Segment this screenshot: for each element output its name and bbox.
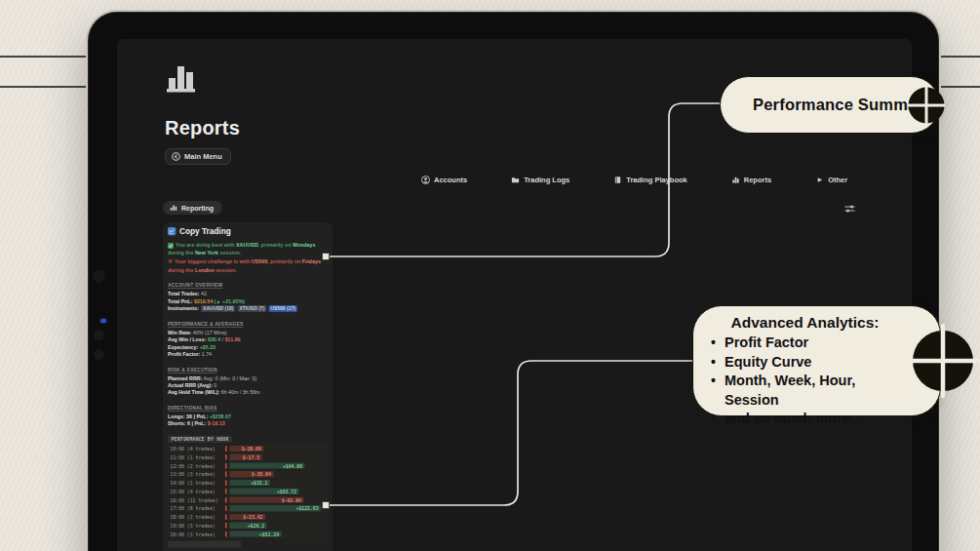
nav-item-reports[interactable]: Reports <box>731 176 771 184</box>
nav-item-label: Trading Playbook <box>626 176 687 184</box>
hour-row-tick <box>225 489 227 494</box>
book-icon <box>613 176 622 184</box>
nav-tabs: AccountsTrading LogsTrading PlaybookRepo… <box>421 176 847 184</box>
front-camera-icon <box>93 270 105 283</box>
hour-row-tick <box>225 514 227 520</box>
sensor-led-icon <box>100 319 106 323</box>
hour-pnl-bar: +$26.2 <box>230 523 267 529</box>
hour-row: 14:00 (1 trades)+$32.1 <box>168 479 328 487</box>
hour-row-tick <box>225 472 227 478</box>
main-menu-button[interactable]: Main Menu <box>165 148 231 165</box>
copy-trading-title: Copy Trading <box>179 227 231 237</box>
page-icon-bar-chart <box>165 60 200 96</box>
section-header: DIRECTIONAL BIAS <box>168 405 217 412</box>
stat-line: Expectancy: +$5.23 <box>168 343 328 350</box>
nav-item-trading-playbook[interactable]: Trading Playbook <box>613 176 687 184</box>
callout-performance-summary: Performance Summary <box>720 76 940 134</box>
stat-line: Instruments:XAUUSD (18)XTIUSD (7)US500 (… <box>168 304 328 312</box>
hour-row-label: 14:00 (1 trades) <box>171 480 226 486</box>
hour-row-label: 16:00 (11 trades) <box>171 497 226 503</box>
plus-icon <box>904 83 949 128</box>
section-header: ACCOUNT OVERVIEW <box>168 283 222 290</box>
performance-by-hour-block: PERFORMANCE BY HOUR 10:00 (4 trades)$-20… <box>168 433 328 547</box>
hour-pnl-bar: $-23.42 <box>230 514 265 520</box>
insight-positive: ✓You are doing best with XAUUSD, primari… <box>168 241 328 257</box>
section-header: PERFORMANCE & AVERAGES <box>168 321 243 328</box>
insight-negative: ✕Your biggest challenge is with US500, p… <box>168 257 328 274</box>
stat-line: Win Rate: 40% (17 Wins) <box>168 329 328 335</box>
hour-row-label: 12:00 (2 trades) <box>171 463 226 469</box>
hour-row: 15:00 (4 trades)+$83.72 <box>168 488 328 495</box>
sensor-dot-icon <box>94 349 104 360</box>
x-icon: ✕ <box>168 257 173 265</box>
hour-pnl-bar: +$122.83 <box>230 505 322 511</box>
hour-pnl-bar: +$83.72 <box>230 489 299 494</box>
nav-item-label: Trading Logs <box>524 176 569 184</box>
plus-icon <box>904 322 980 400</box>
callout-advanced-analytics-title: Advanced Analytics: <box>709 314 901 332</box>
scene: Reports Main Menu AccountsTrading LogsTr… <box>0 0 980 551</box>
stat-line: Longs: 36 | PnL: +$238.67 <box>168 413 328 419</box>
hour-pnl-bar: $-20.66 <box>230 446 264 452</box>
nav-item-trading-logs[interactable]: Trading Logs <box>511 176 569 184</box>
nav-item-accounts[interactable]: Accounts <box>421 176 467 184</box>
hour-pnl-bar: +$52.29 <box>230 531 282 536</box>
hour-row-tick <box>225 531 227 537</box>
section-performance-averages: PERFORMANCE & AVERAGESWin Rate: 40% (17 … <box>168 319 328 358</box>
sensor-dot-icon <box>94 330 104 340</box>
hour-row-tick <box>225 506 227 512</box>
view-toolbar: Reporting <box>163 198 855 216</box>
hour-row-tick <box>225 523 227 529</box>
hour-row-tick <box>225 454 227 460</box>
hour-row: 10:00 (4 trades)$-20.66 <box>168 445 328 453</box>
section-directional-bias: DIRECTIONAL BIASLongs: 36 | PnL: +$238.6… <box>168 402 328 426</box>
hour-row-label: 11:00 (1 trades) <box>171 454 226 460</box>
advanced-analytics-bullet: Profit Factor <box>709 334 901 353</box>
hour-row: 12:00 (2 trades)+$94.06 <box>168 462 328 470</box>
section-risk-execution: RISK & EXECUTIONPlanned RRR: Avg: 0 (Min… <box>168 364 328 396</box>
performance-by-hour-header: PERFORMANCE BY HOUR <box>168 435 232 443</box>
hour-row-label: 15:00 (4 trades) <box>171 489 226 494</box>
insights: ✓You are doing best with XAUUSD, primari… <box>168 241 328 274</box>
advanced-analytics-bullet: Equity Curve <box>709 353 901 373</box>
stat-line: Actual RRR (Avg): 0 <box>168 381 328 388</box>
hour-row: 18:00 (2 trades)$-23.42 <box>168 513 328 521</box>
hour-row-label: 18:00 (2 trades) <box>171 514 226 520</box>
callout-advanced-analytics: Advanced Analytics: Profit FactorEquity … <box>692 305 941 416</box>
stat-line: Shorts: 6 | PnL: $-19.13 <box>168 419 328 426</box>
stat-line: Avg Win / Loss: $30.4 / $11.89 <box>168 336 328 343</box>
page-title: Reports <box>165 117 240 139</box>
hour-pnl-bar: +$94.06 <box>230 462 305 468</box>
hour-pnl-bar: $-92.04 <box>230 496 304 502</box>
stat-line: Total Trades: 42 <box>168 291 328 297</box>
hour-row-label: 20:00 (3 trades) <box>171 531 226 537</box>
hour-row-label: 10:00 (4 trades) <box>171 446 226 452</box>
hour-row: 11:00 (1 trades)$-17.5 <box>168 453 328 461</box>
section-header: RISK & EXECUTION <box>168 367 217 374</box>
hour-row-label: 19:00 (3 trades) <box>171 523 226 529</box>
stat-line: Planned RRR: Avg: 0 (Min: 0 / Max: 0) <box>168 374 328 381</box>
hour-row-tick <box>225 497 227 503</box>
hour-row: 20:00 (3 trades)+$52.29 <box>168 531 328 538</box>
hour-pnl-bar: +$32.1 <box>230 480 270 486</box>
hour-row-tick <box>225 463 227 469</box>
filter-sliders-icon[interactable] <box>844 200 855 210</box>
stat-sections: ACCOUNT OVERVIEWTotal Trades: 42Total Pn… <box>168 280 328 427</box>
copy-trading-header[interactable]: Copy Trading <box>168 227 328 237</box>
nav-item-other[interactable]: Other <box>815 176 847 184</box>
advanced-analytics-bullet: Month, Week, Hour, Session <box>709 372 901 410</box>
tab-reporting[interactable]: Reporting <box>163 201 222 215</box>
person-icon <box>421 176 430 184</box>
copy-trading-card: Copy Trading ✓You are doing best with XA… <box>163 222 333 551</box>
advanced-analytics-bullet: and so much more.. <box>709 410 901 429</box>
section-account-overview: ACCOUNT OVERVIEWTotal Trades: 42Total Pn… <box>168 280 328 312</box>
hour-pnl-bar: $-38.04 <box>230 471 274 477</box>
stat-line: Total PnL: $219.54 (▲ +21.95%) <box>168 297 328 304</box>
nav-item-label: Reports <box>744 176 771 184</box>
folder-icon <box>511 176 520 184</box>
advanced-analytics-list: Profit FactorEquity CurveMonth, Week, Ho… <box>709 334 901 429</box>
toggle-triangle-icon <box>815 176 824 184</box>
nav-item-label: Other <box>828 176 847 184</box>
chart-icon <box>170 204 177 212</box>
next-section-header-partial <box>168 540 241 547</box>
